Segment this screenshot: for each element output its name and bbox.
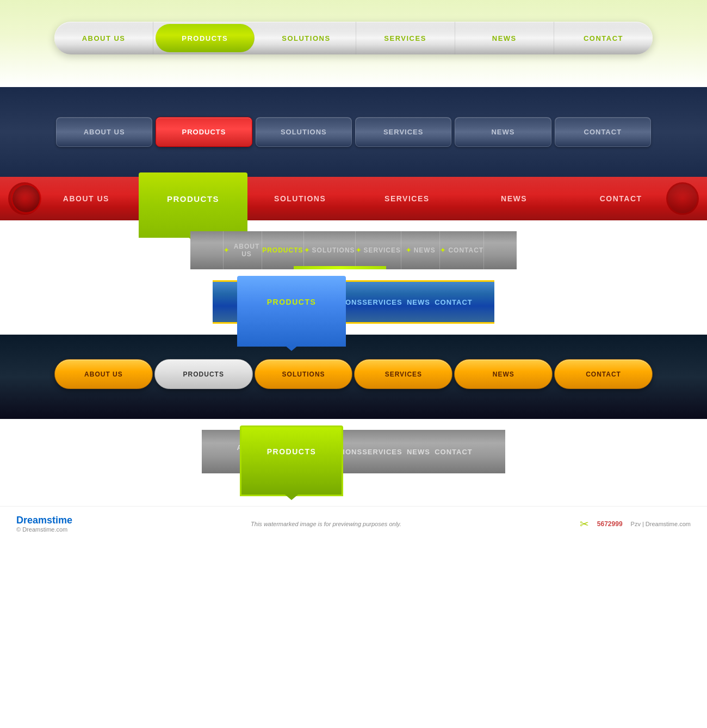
nav5-active-wrapper: PRODUCTS [267,298,317,306]
nav7-active-bg [240,425,343,496]
nav7-products-label[interactable]: PRODUCTS [267,447,317,456]
nav5-services[interactable]: SERVICES [362,298,402,306]
rights-text: Pzv | Dreamstime.com [631,521,691,527]
nav6-contact[interactable]: CONTACT [554,359,653,389]
nav6-products[interactable]: PRODUCTS [154,359,253,389]
nav4-products[interactable]: PRODUCTS [262,231,303,269]
navbar-3-wrapper: ABOUT US PRODUCTS SOLUTIONS SERVICES NEW… [0,177,707,220]
nav4-news[interactable]: ✦NEWS [401,231,440,269]
nav1-services[interactable]: SERVICES [356,22,455,54]
navbar-2: ABOUT US PRODUCTS SOLUTIONS SERVICES NEW… [54,114,653,150]
nav4-about[interactable]: ✦ABOUT US [223,231,262,269]
footer: Dreamstime © Dreamstime.com This waterma… [0,506,707,541]
decorative-circle-left [8,182,41,215]
nav5-active-bg [237,276,346,347]
nav5-news[interactable]: NEWS [402,298,435,306]
image-id: 5672999 [597,520,623,528]
navbar-section-6: ABOUT US PRODUCTS SOLUTIONS SERVICES NEW… [0,335,707,419]
brand-name: Dreamstime [16,515,72,526]
nav7-active-wrapper: PRODUCTS [267,447,317,456]
nav6-solutions[interactable]: SOLUTIONS [255,359,353,389]
nav7-contact[interactable]: CONTACT [435,448,473,456]
nav1-about[interactable]: ABOUT US [54,22,153,54]
navbar-7: ABOUT US PRODUCTS SOLUTIONS SERVICES NEW… [202,430,505,473]
nav3-active-wrapper: PRODUCTS [140,194,247,203]
navbar-section-2: ABOUT US PRODUCTS SOLUTIONS SERVICES NEW… [0,87,707,177]
nav7-services[interactable]: SERVICES [362,448,402,456]
navbar-3: ABOUT US PRODUCTS SOLUTIONS SERVICES NEW… [0,177,707,220]
navbar-section-4: ✦ABOUT US PRODUCTS ✦SOLUTIONS ✦SERVICES … [0,231,707,269]
plus-icon-services: ✦ [356,246,362,254]
watermark-text: This watermarked image is for previewing… [251,521,401,527]
nav6-services[interactable]: SERVICES [354,359,452,389]
nav1-contact[interactable]: CONTACT [554,22,653,54]
nav3-active-bg [139,172,247,238]
navbar-6: ABOUT US PRODUCTS SOLUTIONS SERVICES NEW… [54,356,653,392]
nav3-products-label[interactable]: PRODUCTS [167,194,219,203]
nav3-solutions[interactable]: SOLUTIONS [246,194,354,203]
nav2-about[interactable]: ABOUT US [56,117,152,147]
nav2-contact[interactable]: CONTACT [555,117,651,147]
scissors-icon: ✂ [580,517,589,530]
nav2-services[interactable]: SERVICES [355,117,451,147]
plus-icon-contact: ✦ [440,246,446,254]
nav3-contact[interactable]: CONTACT [567,194,674,203]
navbar-section-5: ABOUT US PRODUCTS SOLUTIONS SERVICES NEW… [0,280,707,324]
nav1-solutions[interactable]: SOLUTIONS [257,22,356,54]
nav2-news[interactable]: NEWS [455,117,551,147]
decorative-circle-right [666,182,699,215]
plus-icon-news: ✦ [406,246,412,254]
footer-logo: Dreamstime © Dreamstime.com [16,515,72,533]
nav2-solutions[interactable]: SOLUTIONS [256,117,352,147]
nav4-services[interactable]: ✦SERVICES [356,231,401,269]
navbar-section-3: ABOUT US PRODUCTS SOLUTIONS SERVICES NEW… [0,177,707,220]
navbar-section-7: ABOUT US PRODUCTS SOLUTIONS SERVICES NEW… [0,419,707,506]
footer-left: Dreamstime © Dreamstime.com [16,515,72,533]
nav4-active-underline [294,266,386,269]
nav3-services[interactable]: SERVICES [354,194,461,203]
navbar-1: ABOUT US PRODUCTS SOLUTIONS SERVICES NEW… [54,22,653,54]
footer-right: ✂ 5672999 Pzv | Dreamstime.com [580,517,691,530]
nav1-products[interactable]: PRODUCTS [156,24,255,52]
nav6-news[interactable]: NEWS [454,359,553,389]
nav6-about[interactable]: ABOUT US [54,359,153,389]
brand-tagline: © Dreamstime.com [16,526,72,533]
nav7-news[interactable]: NEWS [402,448,435,456]
navbar-4: ✦ABOUT US PRODUCTS ✦SOLUTIONS ✦SERVICES … [190,231,517,269]
nav3-about[interactable]: ABOUT US [33,194,140,203]
nav4-solutions[interactable]: ✦SOLUTIONS [304,231,356,269]
nav4-contact[interactable]: ✦CONTACT [440,231,484,269]
nav5-contact[interactable]: CONTACT [435,298,473,306]
plus-icon-solutions: ✦ [304,246,310,254]
nav2-products[interactable]: PRODUCTS [156,117,252,147]
navbar-section-1: ABOUT US PRODUCTS SOLUTIONS SERVICES NEW… [0,0,707,87]
plus-icon-about: ✦ [224,246,230,254]
nav5-products-label[interactable]: PRODUCTS [267,298,317,306]
navbar-5: ABOUT US PRODUCTS SOLUTIONS SERVICES NEW… [213,280,494,324]
nav1-news[interactable]: NEWS [455,22,554,54]
nav3-news[interactable]: NEWS [461,194,568,203]
